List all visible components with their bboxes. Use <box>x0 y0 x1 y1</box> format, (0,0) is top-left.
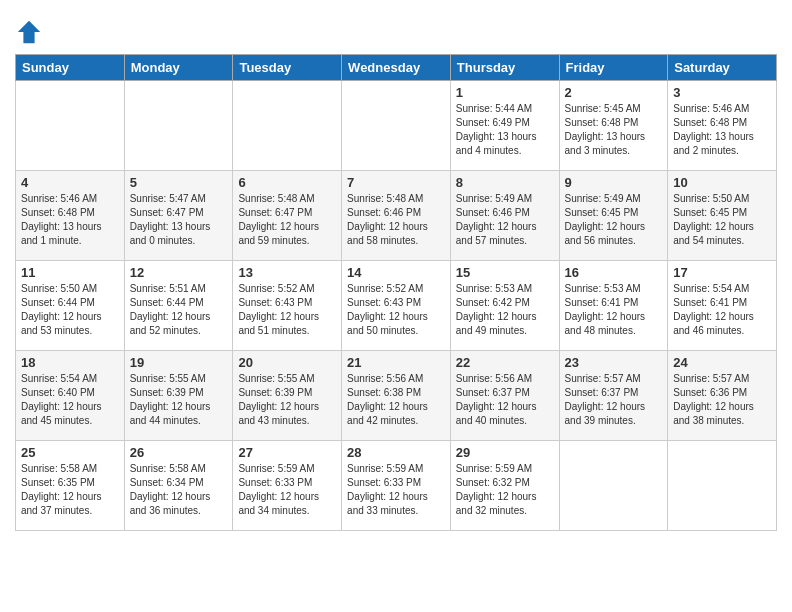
day-info: Sunrise: 5:53 AM Sunset: 6:42 PM Dayligh… <box>456 282 554 338</box>
calendar-cell <box>668 441 777 531</box>
day-info: Sunrise: 5:59 AM Sunset: 6:32 PM Dayligh… <box>456 462 554 518</box>
calendar-cell: 19Sunrise: 5:55 AM Sunset: 6:39 PM Dayli… <box>124 351 233 441</box>
calendar-cell: 27Sunrise: 5:59 AM Sunset: 6:33 PM Dayli… <box>233 441 342 531</box>
calendar-cell: 10Sunrise: 5:50 AM Sunset: 6:45 PM Dayli… <box>668 171 777 261</box>
day-of-week-header: Monday <box>124 55 233 81</box>
day-number: 10 <box>673 175 771 190</box>
day-info: Sunrise: 5:56 AM Sunset: 6:38 PM Dayligh… <box>347 372 445 428</box>
day-number: 21 <box>347 355 445 370</box>
calendar-cell: 4Sunrise: 5:46 AM Sunset: 6:48 PM Daylig… <box>16 171 125 261</box>
day-number: 17 <box>673 265 771 280</box>
day-info: Sunrise: 5:48 AM Sunset: 6:47 PM Dayligh… <box>238 192 336 248</box>
day-number: 8 <box>456 175 554 190</box>
day-info: Sunrise: 5:46 AM Sunset: 6:48 PM Dayligh… <box>21 192 119 248</box>
day-info: Sunrise: 5:54 AM Sunset: 6:41 PM Dayligh… <box>673 282 771 338</box>
day-number: 7 <box>347 175 445 190</box>
day-of-week-header: Sunday <box>16 55 125 81</box>
day-info: Sunrise: 5:48 AM Sunset: 6:46 PM Dayligh… <box>347 192 445 248</box>
calendar-cell <box>233 81 342 171</box>
day-info: Sunrise: 5:57 AM Sunset: 6:36 PM Dayligh… <box>673 372 771 428</box>
day-number: 4 <box>21 175 119 190</box>
calendar-week-row: 4Sunrise: 5:46 AM Sunset: 6:48 PM Daylig… <box>16 171 777 261</box>
day-info: Sunrise: 5:55 AM Sunset: 6:39 PM Dayligh… <box>238 372 336 428</box>
day-of-week-header: Saturday <box>668 55 777 81</box>
calendar-cell: 26Sunrise: 5:58 AM Sunset: 6:34 PM Dayli… <box>124 441 233 531</box>
day-of-week-header: Friday <box>559 55 668 81</box>
day-info: Sunrise: 5:56 AM Sunset: 6:37 PM Dayligh… <box>456 372 554 428</box>
calendar-cell: 15Sunrise: 5:53 AM Sunset: 6:42 PM Dayli… <box>450 261 559 351</box>
calendar-cell: 14Sunrise: 5:52 AM Sunset: 6:43 PM Dayli… <box>342 261 451 351</box>
day-info: Sunrise: 5:58 AM Sunset: 6:35 PM Dayligh… <box>21 462 119 518</box>
calendar-cell: 25Sunrise: 5:58 AM Sunset: 6:35 PM Dayli… <box>16 441 125 531</box>
day-number: 26 <box>130 445 228 460</box>
calendar-cell: 21Sunrise: 5:56 AM Sunset: 6:38 PM Dayli… <box>342 351 451 441</box>
day-info: Sunrise: 5:59 AM Sunset: 6:33 PM Dayligh… <box>238 462 336 518</box>
day-info: Sunrise: 5:57 AM Sunset: 6:37 PM Dayligh… <box>565 372 663 428</box>
day-info: Sunrise: 5:44 AM Sunset: 6:49 PM Dayligh… <box>456 102 554 158</box>
calendar-cell: 2Sunrise: 5:45 AM Sunset: 6:48 PM Daylig… <box>559 81 668 171</box>
day-info: Sunrise: 5:47 AM Sunset: 6:47 PM Dayligh… <box>130 192 228 248</box>
day-number: 11 <box>21 265 119 280</box>
day-number: 15 <box>456 265 554 280</box>
day-info: Sunrise: 5:51 AM Sunset: 6:44 PM Dayligh… <box>130 282 228 338</box>
day-info: Sunrise: 5:52 AM Sunset: 6:43 PM Dayligh… <box>347 282 445 338</box>
calendar-cell: 17Sunrise: 5:54 AM Sunset: 6:41 PM Dayli… <box>668 261 777 351</box>
day-number: 13 <box>238 265 336 280</box>
day-of-week-header: Tuesday <box>233 55 342 81</box>
day-number: 20 <box>238 355 336 370</box>
calendar-cell: 5Sunrise: 5:47 AM Sunset: 6:47 PM Daylig… <box>124 171 233 261</box>
day-number: 28 <box>347 445 445 460</box>
day-number: 14 <box>347 265 445 280</box>
calendar-cell: 28Sunrise: 5:59 AM Sunset: 6:33 PM Dayli… <box>342 441 451 531</box>
day-info: Sunrise: 5:55 AM Sunset: 6:39 PM Dayligh… <box>130 372 228 428</box>
calendar-cell: 9Sunrise: 5:49 AM Sunset: 6:45 PM Daylig… <box>559 171 668 261</box>
day-number: 29 <box>456 445 554 460</box>
calendar-week-row: 11Sunrise: 5:50 AM Sunset: 6:44 PM Dayli… <box>16 261 777 351</box>
day-number: 27 <box>238 445 336 460</box>
calendar-cell: 7Sunrise: 5:48 AM Sunset: 6:46 PM Daylig… <box>342 171 451 261</box>
calendar-cell: 8Sunrise: 5:49 AM Sunset: 6:46 PM Daylig… <box>450 171 559 261</box>
calendar-cell <box>124 81 233 171</box>
logo <box>15 18 45 46</box>
day-number: 19 <box>130 355 228 370</box>
day-number: 12 <box>130 265 228 280</box>
calendar-week-row: 25Sunrise: 5:58 AM Sunset: 6:35 PM Dayli… <box>16 441 777 531</box>
calendar-cell <box>342 81 451 171</box>
calendar-cell: 6Sunrise: 5:48 AM Sunset: 6:47 PM Daylig… <box>233 171 342 261</box>
day-of-week-header: Thursday <box>450 55 559 81</box>
calendar-cell: 12Sunrise: 5:51 AM Sunset: 6:44 PM Dayli… <box>124 261 233 351</box>
day-number: 16 <box>565 265 663 280</box>
calendar-cell: 20Sunrise: 5:55 AM Sunset: 6:39 PM Dayli… <box>233 351 342 441</box>
header <box>15 10 777 46</box>
day-info: Sunrise: 5:50 AM Sunset: 6:44 PM Dayligh… <box>21 282 119 338</box>
calendar-week-row: 1Sunrise: 5:44 AM Sunset: 6:49 PM Daylig… <box>16 81 777 171</box>
day-info: Sunrise: 5:54 AM Sunset: 6:40 PM Dayligh… <box>21 372 119 428</box>
day-number: 23 <box>565 355 663 370</box>
calendar-cell: 18Sunrise: 5:54 AM Sunset: 6:40 PM Dayli… <box>16 351 125 441</box>
day-number: 2 <box>565 85 663 100</box>
day-info: Sunrise: 5:50 AM Sunset: 6:45 PM Dayligh… <box>673 192 771 248</box>
day-info: Sunrise: 5:49 AM Sunset: 6:46 PM Dayligh… <box>456 192 554 248</box>
calendar-week-row: 18Sunrise: 5:54 AM Sunset: 6:40 PM Dayli… <box>16 351 777 441</box>
day-info: Sunrise: 5:46 AM Sunset: 6:48 PM Dayligh… <box>673 102 771 158</box>
day-number: 1 <box>456 85 554 100</box>
day-info: Sunrise: 5:59 AM Sunset: 6:33 PM Dayligh… <box>347 462 445 518</box>
calendar-cell: 22Sunrise: 5:56 AM Sunset: 6:37 PM Dayli… <box>450 351 559 441</box>
day-number: 25 <box>21 445 119 460</box>
calendar-cell: 29Sunrise: 5:59 AM Sunset: 6:32 PM Dayli… <box>450 441 559 531</box>
day-number: 5 <box>130 175 228 190</box>
calendar-cell: 13Sunrise: 5:52 AM Sunset: 6:43 PM Dayli… <box>233 261 342 351</box>
calendar-cell: 3Sunrise: 5:46 AM Sunset: 6:48 PM Daylig… <box>668 81 777 171</box>
day-number: 6 <box>238 175 336 190</box>
calendar-cell: 11Sunrise: 5:50 AM Sunset: 6:44 PM Dayli… <box>16 261 125 351</box>
day-number: 22 <box>456 355 554 370</box>
calendar-cell: 16Sunrise: 5:53 AM Sunset: 6:41 PM Dayli… <box>559 261 668 351</box>
day-info: Sunrise: 5:49 AM Sunset: 6:45 PM Dayligh… <box>565 192 663 248</box>
calendar-cell <box>559 441 668 531</box>
day-number: 24 <box>673 355 771 370</box>
calendar-cell: 24Sunrise: 5:57 AM Sunset: 6:36 PM Dayli… <box>668 351 777 441</box>
day-info: Sunrise: 5:53 AM Sunset: 6:41 PM Dayligh… <box>565 282 663 338</box>
day-info: Sunrise: 5:45 AM Sunset: 6:48 PM Dayligh… <box>565 102 663 158</box>
day-info: Sunrise: 5:52 AM Sunset: 6:43 PM Dayligh… <box>238 282 336 338</box>
day-info: Sunrise: 5:58 AM Sunset: 6:34 PM Dayligh… <box>130 462 228 518</box>
